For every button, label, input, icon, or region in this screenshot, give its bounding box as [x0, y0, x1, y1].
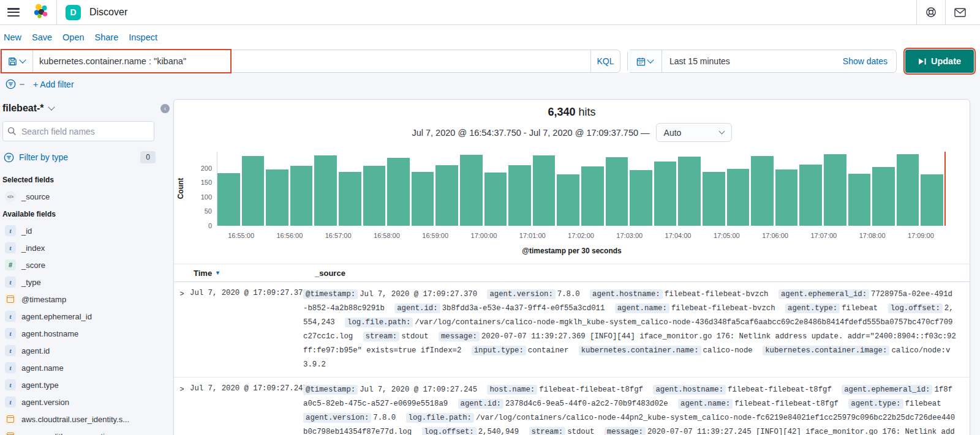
- histogram-bar[interactable]: [630, 170, 652, 226]
- source-field-type-icon: </>: [5, 191, 16, 202]
- histogram-bar[interactable]: [703, 172, 725, 226]
- content-area: filebeat-* Filter by type 0 Selected fie…: [0, 95, 980, 435]
- histogram-bar[interactable]: [508, 165, 531, 226]
- field-value: filebeat-filebeat-t8fgf: [734, 400, 839, 408]
- field-item-azure.auditlogs.properties.ac...[interactable]: azure.auditlogs.properties.ac...: [2, 428, 163, 435]
- histogram-bar[interactable]: [363, 166, 386, 226]
- menu-icon[interactable]: [7, 8, 20, 17]
- field-item-_source[interactable]: </>_source: [2, 188, 163, 205]
- histogram-bar[interactable]: [290, 166, 313, 226]
- field-item-_type[interactable]: t_type: [2, 273, 163, 291]
- histogram-bar[interactable]: [412, 172, 434, 226]
- histogram-bar[interactable]: [897, 154, 919, 226]
- update-button[interactable]: Update: [905, 50, 974, 73]
- field-name: _index: [21, 244, 45, 253]
- histogram-bar[interactable]: [848, 174, 871, 226]
- filter-by-type-button[interactable]: Filter by type: [19, 152, 68, 162]
- histogram-bar[interactable]: [314, 155, 337, 226]
- time-range-value[interactable]: Last 15 minutes: [662, 50, 730, 72]
- field-item-_index[interactable]: t_index: [2, 239, 163, 256]
- field-item-@timestamp[interactable]: @timestamp: [2, 291, 163, 308]
- query-language-button[interactable]: KQL: [590, 50, 620, 72]
- field-item-_score[interactable]: #_score: [2, 256, 163, 273]
- field-name-chip: message:: [605, 427, 646, 435]
- field-name: aws.cloudtrail.user_identity.s...: [21, 415, 129, 424]
- expand-row-icon[interactable]: >: [174, 288, 190, 372]
- histogram-bar[interactable]: [266, 169, 288, 226]
- filter-icon[interactable]: [6, 79, 16, 89]
- nav-link-share[interactable]: Share: [95, 32, 119, 42]
- discover-app-icon[interactable]: D: [66, 5, 81, 20]
- x-axis-tick: 17:09:00: [908, 232, 934, 239]
- histogram-bar[interactable]: [921, 174, 943, 226]
- histogram-bar[interactable]: [217, 173, 240, 226]
- histogram-plot-area[interactable]: [217, 152, 945, 226]
- show-dates-button[interactable]: Show dates: [843, 50, 896, 72]
- string-field-type-icon: t: [5, 362, 16, 373]
- field-name-chip: @timestamp:: [303, 385, 358, 395]
- x-axis-tick: 17:00:00: [471, 232, 497, 239]
- x-axis-tick: 17:01:00: [519, 232, 546, 239]
- field-name-chip: log.offset:: [422, 427, 477, 435]
- histogram-bar[interactable]: [242, 156, 265, 226]
- time-column-header[interactable]: Time ▼: [194, 269, 307, 278]
- newsfeed-mail-icon[interactable]: [946, 0, 974, 25]
- nav-link-new[interactable]: New: [4, 32, 21, 42]
- histogram-bar[interactable]: [751, 156, 774, 226]
- histogram-bar[interactable]: [533, 155, 556, 226]
- field-name-chip: agent.version:: [487, 289, 555, 299]
- field-name-chip: agent.type:: [785, 303, 840, 313]
- interval-select[interactable]: Auto: [656, 123, 732, 142]
- histogram-bar[interactable]: [387, 158, 410, 226]
- nav-link-save[interactable]: Save: [32, 32, 52, 42]
- date-picker-calendar-button[interactable]: [628, 50, 662, 72]
- field-name-chip: @timestamp:: [303, 289, 358, 299]
- field-item-agent.type[interactable]: tagent.type: [2, 376, 163, 393]
- histogram-bar[interactable]: [775, 169, 798, 226]
- histogram-bar[interactable]: [460, 155, 483, 226]
- field-name-chip: log.file.path:: [406, 413, 474, 423]
- histogram-bar[interactable]: [484, 173, 507, 226]
- add-filter-button[interactable]: + Add filter: [33, 80, 74, 89]
- field-item-aws.cloudtrail.user_identity.s...[interactable]: aws.cloudtrail.user_identity.s...: [2, 411, 163, 428]
- search-field-names-input[interactable]: [2, 121, 154, 141]
- histogram-bar[interactable]: [654, 162, 677, 226]
- collapse-sidebar-button[interactable]: ‹: [160, 104, 170, 113]
- saved-query-menu-button[interactable]: [1, 50, 33, 72]
- histogram-bar[interactable]: [581, 166, 604, 226]
- y-axis-tick: 0: [208, 222, 212, 229]
- available-fields-list: t_idt_index#_scoret_type@timestamptagent…: [2, 222, 163, 435]
- histogram-bar[interactable]: [799, 165, 822, 226]
- hits-count-line: 6,340 hits: [174, 106, 970, 119]
- histogram-bar[interactable]: [824, 154, 846, 226]
- search-icon: [7, 127, 17, 136]
- y-axis-tick: 200: [201, 165, 212, 172]
- histogram-bar[interactable]: [339, 172, 361, 226]
- histogram-bar[interactable]: [678, 157, 701, 226]
- index-pattern-select[interactable]: filebeat-*: [2, 102, 163, 121]
- histogram-bar[interactable]: [435, 165, 458, 226]
- field-item-agent.hostname[interactable]: tagent.hostname: [2, 325, 163, 342]
- histogram-bar[interactable]: [606, 157, 628, 226]
- field-item-agent.name[interactable]: tagent.name: [2, 359, 163, 376]
- x-axis-tick: 16:56:00: [276, 232, 303, 239]
- x-axis-tick: 17:06:00: [762, 232, 788, 239]
- histogram-bar[interactable]: [727, 169, 750, 226]
- help-icon[interactable]: [917, 0, 945, 25]
- y-axis-label: Count: [176, 177, 185, 199]
- field-name-chip: agent.id:: [458, 399, 503, 409]
- nav-link-inspect[interactable]: Inspect: [129, 32, 157, 42]
- filter-dash: [20, 84, 24, 85]
- field-name: agent.id: [21, 346, 50, 355]
- query-input[interactable]: [33, 50, 590, 72]
- chevron-down-icon: [19, 56, 26, 63]
- nav-link-open[interactable]: Open: [62, 32, 84, 42]
- histogram-bar[interactable]: [872, 167, 895, 226]
- histogram-bar[interactable]: [557, 174, 579, 226]
- field-item-_id[interactable]: t_id: [2, 222, 163, 239]
- field-item-agent.version[interactable]: tagent.version: [2, 393, 163, 411]
- x-axis-tick: 16:59:00: [422, 232, 448, 239]
- field-item-agent.id[interactable]: tagent.id: [2, 342, 163, 359]
- expand-row-icon[interactable]: >: [174, 383, 190, 435]
- field-item-agent.ephemeral_id[interactable]: tagent.ephemeral_id: [2, 308, 163, 325]
